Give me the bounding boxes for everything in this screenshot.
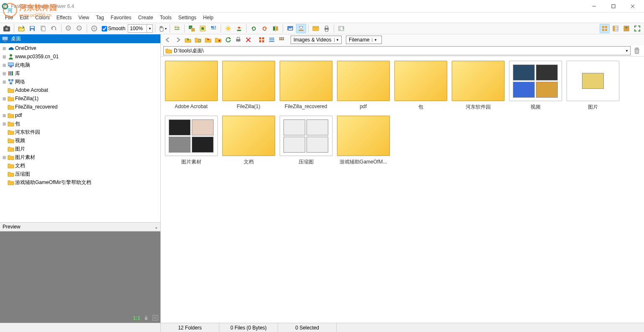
- tree-item[interactable]: ⊞此电脑: [0, 61, 160, 69]
- chevron-down-icon[interactable]: ▼: [334, 38, 341, 42]
- folder-tree[interactable]: ⊞OneDrive⊞www.pc0359.cn_01⊞此电脑⊞库⊞网络Adobe…: [0, 43, 160, 222]
- zoom-dropdown-icon[interactable]: ▼: [147, 25, 152, 32]
- close-button[interactable]: [623, 0, 642, 13]
- flip-button[interactable]: [270, 24, 281, 33]
- email-button[interactable]: [311, 24, 321, 33]
- tree-expand-icon[interactable]: ⊞: [2, 54, 7, 59]
- redeye-button[interactable]: [234, 24, 244, 33]
- thumb-item[interactable]: 视频: [507, 59, 563, 112]
- tree-item[interactable]: ⊞pdf: [0, 111, 160, 119]
- thumb-item[interactable]: 压缩图: [278, 114, 334, 167]
- menu-favorites[interactable]: Favorites: [107, 14, 134, 21]
- tree-expand-icon[interactable]: [2, 88, 7, 93]
- view-small-button[interactable]: [277, 35, 286, 44]
- rotate-left-button[interactable]: [249, 24, 259, 33]
- save-button[interactable]: [27, 24, 37, 33]
- color-button[interactable]: CB: [209, 24, 219, 33]
- thumb-item[interactable]: 文档: [221, 114, 276, 167]
- tree-item[interactable]: 压缩图: [0, 170, 160, 178]
- view-details-button[interactable]: [611, 24, 621, 33]
- maximize-button[interactable]: [604, 0, 623, 13]
- back-button[interactable]: [163, 35, 173, 44]
- explorer-button[interactable]: [193, 35, 203, 44]
- menu-help[interactable]: Help: [200, 14, 217, 21]
- menu-effects[interactable]: Effects: [53, 14, 75, 21]
- tree-expand-icon[interactable]: [2, 146, 7, 151]
- filter-combo[interactable]: Images & Videos ▼: [291, 36, 342, 44]
- tree-expand-icon[interactable]: ⊞: [2, 121, 7, 126]
- print-nav-button[interactable]: [234, 35, 243, 44]
- zoom-in-button[interactable]: [64, 24, 74, 33]
- tree-expand-icon[interactable]: ⊞: [2, 62, 7, 67]
- tree-item[interactable]: 视频: [0, 136, 160, 145]
- sort-combo[interactable]: Filename ▼: [346, 36, 382, 44]
- zoom-input[interactable]: [128, 25, 147, 32]
- tree-item[interactable]: 游戏辅助GameOfMir引擎帮助文档: [0, 178, 160, 187]
- tag-button[interactable]: [214, 35, 223, 44]
- tree-root-selected[interactable]: 桌面: [0, 34, 160, 43]
- lock-aspect-icon[interactable]: [143, 314, 149, 321]
- menu-tools[interactable]: Tools: [157, 14, 175, 21]
- menu-view[interactable]: View: [75, 14, 93, 21]
- address-dropdown-icon[interactable]: ▼: [625, 49, 629, 53]
- acquire-image-button[interactable]: [2, 24, 12, 33]
- tree-item[interactable]: ⊞FileZilla(1): [0, 94, 160, 103]
- print-button[interactable]: [322, 24, 332, 33]
- view-thumbs-button[interactable]: [600, 24, 610, 33]
- zoom-fit-button[interactable]: [89, 24, 99, 33]
- thumb-item[interactable]: FileZilla(1): [221, 59, 276, 112]
- wallpaper-button[interactable]: [285, 24, 295, 33]
- tree-expand-icon[interactable]: [2, 171, 7, 176]
- preview-collapse-icon[interactable]: ⌄: [155, 225, 158, 229]
- menu-edit[interactable]: Edit: [16, 14, 32, 21]
- resize-button[interactable]: [187, 24, 197, 33]
- smooth-checkbox[interactable]: Smooth: [100, 26, 127, 31]
- tree-item[interactable]: ⊞网络: [0, 78, 160, 86]
- thumb-item[interactable]: 游戏辅助GameOfM...: [335, 114, 391, 167]
- rotate-right-button[interactable]: [260, 24, 270, 33]
- view-list-button[interactable]: [267, 35, 276, 44]
- tree-expand-icon[interactable]: [2, 138, 7, 143]
- thumb-item[interactable]: 包: [393, 59, 448, 112]
- tree-expand-icon[interactable]: ⊞: [2, 46, 7, 51]
- tree-item[interactable]: ⊞图片素材: [0, 153, 160, 161]
- view-single-button[interactable]: [621, 24, 631, 33]
- tree-expand-icon[interactable]: ⊞: [2, 79, 7, 84]
- tree-item[interactable]: FileZilla_recovered: [0, 103, 160, 111]
- refresh-button[interactable]: [224, 35, 233, 44]
- view-tiles-button[interactable]: [257, 35, 266, 44]
- settings-button[interactable]: [336, 24, 346, 33]
- open-button[interactable]: [16, 24, 26, 33]
- tree-expand-icon[interactable]: [2, 163, 7, 168]
- tree-item[interactable]: ⊞OneDrive: [0, 44, 160, 52]
- fit-icon[interactable]: [152, 314, 159, 321]
- crop-button[interactable]: [172, 24, 182, 33]
- tree-item[interactable]: 河东软件园: [0, 128, 160, 136]
- trash-button[interactable]: [632, 46, 641, 55]
- light-button[interactable]: [223, 24, 233, 33]
- thumb-item[interactable]: 图片素材: [163, 114, 219, 167]
- canvas-button[interactable]: [198, 24, 208, 33]
- thumbnail-grid[interactable]: Adobe AcrobatFileZilla(1)FileZilla_recov…: [161, 56, 644, 323]
- chevron-down-icon[interactable]: ▼: [372, 38, 379, 42]
- undo-button[interactable]: [49, 24, 59, 33]
- tree-item[interactable]: Adobe Acrobat: [0, 86, 160, 94]
- tree-expand-icon[interactable]: [2, 104, 7, 109]
- tree-expand-icon[interactable]: ⊞: [2, 155, 7, 160]
- menu-tag[interactable]: Tag: [93, 14, 107, 21]
- hand-tool-button[interactable]: ▾: [157, 24, 167, 33]
- tree-item[interactable]: ⊞www.pc0359.cn_01: [0, 52, 160, 61]
- smooth-checkbox-input[interactable]: [102, 26, 107, 31]
- menu-file[interactable]: File: [2, 14, 16, 21]
- thumb-item[interactable]: 图片: [565, 59, 621, 112]
- tree-expand-icon[interactable]: ⊞: [2, 71, 7, 76]
- up-button[interactable]: [183, 35, 193, 44]
- zoom-combo[interactable]: ▼: [128, 24, 153, 33]
- tree-item[interactable]: 文档: [0, 161, 160, 170]
- delete-button[interactable]: [244, 35, 253, 44]
- tree-expand-icon[interactable]: ⊞: [2, 113, 7, 118]
- fullscreen-button[interactable]: [632, 24, 642, 33]
- slideshow-button[interactable]: [296, 24, 306, 33]
- thumb-item[interactable]: 河东软件园: [450, 59, 506, 112]
- tree-item[interactable]: ⊞库: [0, 69, 160, 78]
